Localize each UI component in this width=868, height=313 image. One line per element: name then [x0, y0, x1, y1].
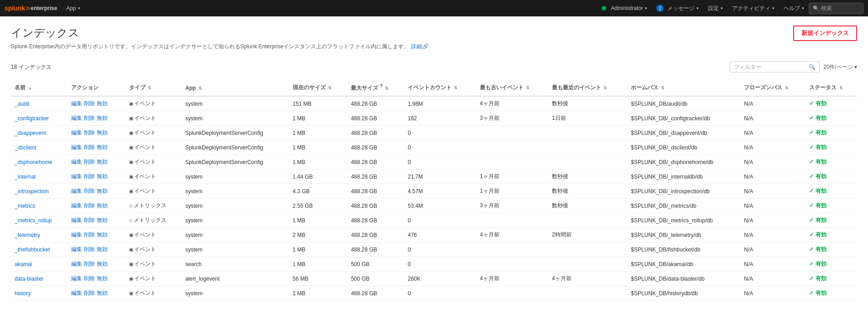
col-header-name[interactable]: 名前 ▲: [11, 80, 68, 96]
cell-newest-event: 2時間前: [548, 228, 627, 242]
help-menu[interactable]: ヘルプ ▾: [779, 0, 809, 16]
cell-home-path: $SPLUNK_DB/_metrics_rollup/db: [627, 213, 740, 228]
col-header-max-size[interactable]: 最大サイズ ? ⇅: [347, 80, 404, 96]
action-btn-編集[interactable]: 編集: [71, 158, 82, 166]
action-btn-削除[interactable]: 削除: [84, 275, 95, 282]
detail-link[interactable]: 詳細: [411, 43, 422, 50]
cell-newest-event: [548, 213, 627, 228]
cell-frozen-path: N/A: [740, 199, 806, 213]
action-btn-編集[interactable]: 編集: [71, 275, 82, 282]
cell-actions: 編集削除無効: [68, 169, 125, 184]
action-btn-無効[interactable]: 無効: [97, 275, 108, 282]
action-btn-編集[interactable]: 編集: [71, 231, 82, 239]
col-header-event-count[interactable]: イベントカウント ⇅: [404, 80, 476, 96]
action-btn-無効[interactable]: 無効: [97, 114, 108, 122]
action-btn-削除[interactable]: 削除: [84, 173, 95, 180]
action-btn-無効[interactable]: 無効: [97, 129, 108, 137]
index-name-link[interactable]: _audit: [15, 101, 30, 107]
index-name-link[interactable]: _dsclient: [15, 144, 36, 151]
index-name-link[interactable]: _introspection: [15, 188, 49, 195]
col-header-app[interactable]: App ⇅: [182, 80, 289, 96]
action-btn-無効[interactable]: 無効: [97, 231, 108, 239]
action-btn-無効[interactable]: 無効: [97, 187, 108, 195]
splunk-logo[interactable]: splunk>enterprise: [5, 5, 57, 12]
col-header-newest-event[interactable]: 最も最近のイベント ⇅: [548, 80, 627, 96]
index-name-link[interactable]: _dsappevent: [15, 130, 46, 136]
app-menu[interactable]: App ▾: [62, 0, 84, 16]
filter-input[interactable]: [734, 64, 807, 70]
action-btn-無効[interactable]: 無効: [97, 289, 108, 297]
activity-menu[interactable]: アクティビティ ▾: [728, 0, 779, 16]
action-btn-編集[interactable]: 編集: [71, 114, 82, 122]
index-name-link[interactable]: _internal: [15, 174, 36, 180]
action-btn-編集[interactable]: 編集: [71, 260, 82, 268]
action-btn-削除[interactable]: 削除: [84, 129, 95, 137]
index-name-link[interactable]: _dsphonehome: [15, 159, 52, 165]
sort-icon-home: ⇅: [661, 86, 665, 90]
cell-current-size: 4.3 GB: [289, 184, 348, 199]
action-btn-削除[interactable]: 削除: [84, 187, 95, 195]
index-name-link[interactable]: _telemetry: [15, 232, 40, 238]
admin-status[interactable]: Administrator ▾: [597, 0, 652, 16]
action-btn-削除[interactable]: 削除: [84, 260, 95, 268]
action-btn-編集[interactable]: 編集: [71, 246, 82, 253]
action-btn-削除[interactable]: 削除: [84, 246, 95, 253]
action-btn-無効[interactable]: 無効: [97, 260, 108, 268]
indexes-table-wrap: 名前 ▲ アクション タイプ ⇅ App ⇅ 現在のサイズ ⇅ 最大サイズ ? …: [11, 80, 857, 301]
action-btn-削除[interactable]: 削除: [84, 289, 95, 297]
col-header-current-size[interactable]: 現在のサイズ ⇅: [289, 80, 348, 96]
page-header: インデックス Splunk Enterprise内のデータ用リポジトリです。イン…: [11, 26, 857, 58]
action-btn-無効[interactable]: 無効: [97, 246, 108, 253]
table-row: _dsphonehome 編集削除無効 ▣イベント SplunkDeployme…: [11, 155, 857, 169]
action-btn-無効[interactable]: 無効: [97, 158, 108, 166]
page-description: Splunk Enterprise内のデータ用リポジトリです。インデックスはイン…: [11, 43, 429, 51]
index-name-link[interactable]: _thefishbucket: [15, 246, 50, 253]
index-name-link[interactable]: _metrics: [15, 203, 35, 209]
action-btn-削除[interactable]: 削除: [84, 100, 95, 108]
index-name-link[interactable]: data-blaster: [15, 276, 43, 282]
cell-oldest-event: [476, 213, 548, 228]
cell-event-count: 476: [404, 228, 476, 242]
col-header-home-path[interactable]: ホームパス ⇅: [627, 80, 740, 96]
messages-menu[interactable]: 2 メッセージ ▾: [652, 0, 703, 16]
cell-home-path: $SPLUNK_DB/_configtracker/db: [627, 111, 740, 126]
index-name-link[interactable]: akamai: [15, 261, 32, 267]
cell-event-count: 162: [404, 111, 476, 126]
action-btn-無効[interactable]: 無効: [97, 144, 108, 151]
action-btn-編集[interactable]: 編集: [71, 100, 82, 108]
settings-menu[interactable]: 設定 ▾: [703, 0, 728, 16]
per-page-selector[interactable]: 20件/ページ ▾: [823, 63, 857, 71]
action-btn-編集[interactable]: 編集: [71, 202, 82, 210]
action-btn-編集[interactable]: 編集: [71, 129, 82, 137]
cell-name: _internal: [11, 169, 68, 184]
status-badge: ✓ 有効: [809, 217, 826, 223]
status-badge: ✓ 有効: [809, 275, 826, 282]
action-btn-編集[interactable]: 編集: [71, 216, 82, 224]
action-btn-編集[interactable]: 編集: [71, 144, 82, 151]
action-btn-削除[interactable]: 削除: [84, 231, 95, 239]
action-btn-削除[interactable]: 削除: [84, 144, 95, 151]
action-btn-編集[interactable]: 編集: [71, 187, 82, 195]
col-header-type[interactable]: タイプ ⇅: [125, 80, 182, 96]
col-header-frozen-path[interactable]: フローズンパス ⇅: [740, 80, 806, 96]
cell-home-path: $SPLUNK_DB/akamai/db: [627, 257, 740, 272]
index-name-link[interactable]: _configtracker: [15, 115, 49, 122]
global-search-box[interactable]: 🔍 検索: [809, 3, 863, 14]
action-btn-削除[interactable]: 削除: [84, 216, 95, 224]
action-btn-編集[interactable]: 編集: [71, 289, 82, 297]
index-name-link[interactable]: history: [15, 290, 31, 297]
action-btn-削除[interactable]: 削除: [84, 202, 95, 210]
action-btn-無効[interactable]: 無効: [97, 173, 108, 180]
cell-home-path: $SPLUNK_DB/_dsappevent/db: [627, 126, 740, 140]
new-index-button[interactable]: 新規インデックス: [793, 26, 857, 41]
action-btn-削除[interactable]: 削除: [84, 158, 95, 166]
col-header-status[interactable]: ステータス ⇅: [806, 80, 857, 96]
action-btn-削除[interactable]: 削除: [84, 114, 95, 122]
action-btn-編集[interactable]: 編集: [71, 173, 82, 180]
action-btn-無効[interactable]: 無効: [97, 202, 108, 210]
col-header-oldest-event[interactable]: 最も古いイベント ⇅: [476, 80, 548, 96]
action-btn-無効[interactable]: 無効: [97, 216, 108, 224]
index-name-link[interactable]: _metrics_rollup: [15, 217, 52, 224]
cell-event-count: 0: [404, 155, 476, 169]
action-btn-無効[interactable]: 無効: [97, 100, 108, 108]
